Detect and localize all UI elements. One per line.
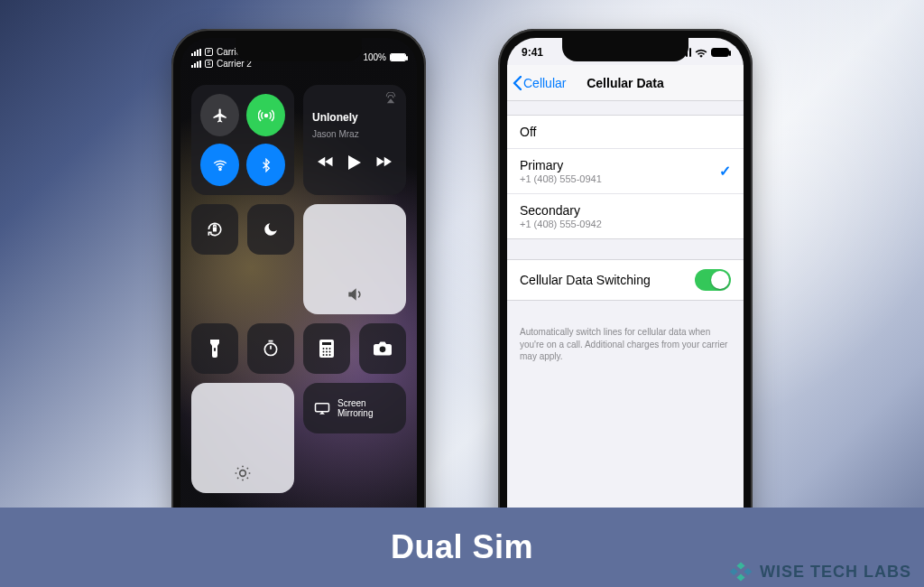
nav-bar: Cellular Cellular Data	[507, 65, 744, 101]
cellular-data-switching-label: Cellular Data Switching	[520, 273, 651, 287]
play-button[interactable]	[348, 155, 361, 170]
previous-track-button[interactable]	[318, 155, 334, 170]
next-track-button[interactable]	[375, 155, 392, 170]
wifi-icon	[695, 48, 707, 58]
svg-point-16	[329, 354, 331, 356]
bluetooth-toggle[interactable]	[246, 144, 285, 186]
camera-icon	[374, 341, 392, 356]
phone-mock-control-center: P Carrier LTE S Carrier 2 100%	[171, 29, 426, 557]
calculator-icon	[319, 340, 334, 358]
data-line-selector: Off Primary +1 (408) 555-0941 ✓ Secondar…	[507, 115, 744, 239]
battery-percent-label: 100%	[363, 52, 386, 62]
phone-mock-settings: 9:41 Cellular	[498, 29, 753, 557]
battery-icon	[390, 53, 406, 61]
status-time: 9:41	[522, 46, 543, 59]
screen-mirroring-button[interactable]: Screen Mirroring	[303, 383, 406, 433]
rotation-lock-icon	[206, 220, 224, 238]
battery-icon	[711, 48, 729, 57]
svg-point-14	[323, 354, 325, 356]
back-label: Cellular	[523, 76, 566, 90]
sim-badge-primary: P	[205, 48, 213, 56]
svg-point-11	[323, 351, 325, 353]
brand-watermark: WISE TECH LABS	[729, 560, 911, 583]
svg-point-17	[380, 347, 386, 353]
sim-badge-secondary: S	[205, 60, 213, 68]
switching-group: Cellular Data Switching	[507, 259, 744, 301]
cellular-data-switching-row[interactable]: Cellular Data Switching	[507, 260, 744, 300]
svg-rect-2	[213, 228, 217, 232]
now-playing-title: Unlonely	[312, 111, 358, 124]
svg-rect-4	[316, 404, 329, 412]
caption-text: Dual Sim	[391, 528, 533, 566]
screen-mirroring-label: Screen Mirroring	[337, 398, 373, 418]
option-primary-label: Primary	[520, 158, 602, 172]
back-button[interactable]: Cellular	[513, 76, 566, 90]
svg-point-10	[329, 348, 331, 349]
flashlight-icon	[208, 340, 221, 358]
notch	[236, 38, 362, 61]
brightness-slider[interactable]	[191, 383, 294, 493]
option-secondary[interactable]: Secondary +1 (408) 555-0942	[507, 194, 744, 238]
checkmark-icon: ✓	[719, 163, 731, 180]
airplane-icon	[212, 107, 228, 124]
wifi-toggle[interactable]	[200, 144, 239, 186]
orientation-lock-toggle[interactable]	[191, 204, 238, 255]
switching-footer-text: Automatically switch lines for cellular …	[507, 321, 744, 368]
flashlight-button[interactable]	[191, 323, 238, 374]
screen-mirroring-icon	[314, 402, 330, 415]
notch	[562, 38, 688, 61]
connectivity-platter[interactable]	[191, 85, 294, 195]
option-secondary-number: +1 (408) 555-0942	[520, 219, 602, 229]
chevron-left-icon	[513, 76, 522, 90]
svg-point-1	[218, 168, 220, 170]
now-playing-platter[interactable]: Unlonely Jason Mraz	[303, 85, 406, 195]
option-off[interactable]: Off	[507, 116, 744, 149]
speaker-icon	[346, 285, 364, 303]
svg-point-0	[264, 114, 267, 116]
option-primary[interactable]: Primary +1 (408) 555-0941 ✓	[507, 149, 744, 194]
signal-bars-icon	[191, 61, 201, 68]
timer-icon	[262, 340, 280, 358]
sun-icon	[234, 464, 252, 482]
brand-logo-icon	[729, 560, 753, 583]
svg-point-13	[329, 351, 331, 353]
brand-text: WISE TECH LABS	[760, 563, 911, 582]
antenna-icon	[258, 107, 274, 124]
option-primary-number: +1 (408) 555-0941	[520, 173, 602, 184]
cellular-data-toggle[interactable]	[246, 94, 285, 136]
now-playing-artist: Jason Mraz	[312, 129, 359, 139]
svg-point-3	[240, 471, 246, 477]
cellular-data-switching-toggle[interactable]	[695, 269, 731, 291]
bluetooth-icon	[259, 158, 273, 172]
wifi-icon	[212, 157, 228, 173]
svg-rect-7	[322, 342, 331, 345]
volume-slider[interactable]	[303, 204, 406, 314]
signal-bars-icon	[191, 49, 201, 56]
airplane-mode-toggle[interactable]	[200, 94, 239, 136]
camera-button[interactable]	[359, 323, 406, 374]
promo-stage: P Carrier LTE S Carrier 2 100%	[0, 0, 924, 587]
svg-point-9	[326, 348, 328, 349]
svg-point-15	[326, 354, 328, 356]
calculator-button[interactable]	[303, 323, 350, 374]
do-not-disturb-toggle[interactable]	[247, 204, 294, 255]
timer-button[interactable]	[247, 323, 294, 374]
svg-point-12	[326, 351, 328, 353]
nav-title: Cellular Data	[587, 76, 664, 90]
moon-icon	[263, 221, 279, 238]
option-secondary-label: Secondary	[520, 203, 602, 218]
airplay-icon[interactable]	[384, 92, 397, 105]
svg-point-8	[323, 348, 325, 349]
option-off-label: Off	[520, 125, 536, 139]
